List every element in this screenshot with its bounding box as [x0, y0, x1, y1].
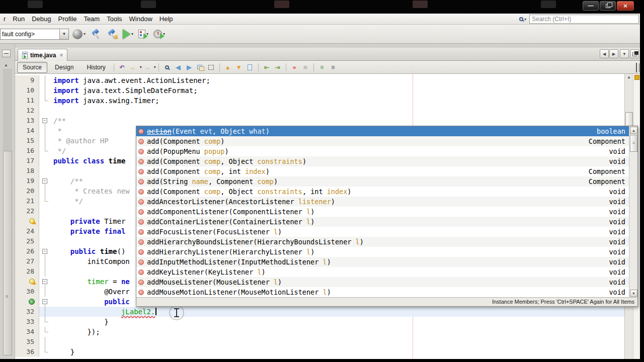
line-number[interactable]: 10	[15, 85, 39, 96]
line-number[interactable]: 18	[15, 166, 39, 176]
rectangular-selection-icon[interactable]	[206, 63, 216, 72]
split-document-button[interactable]	[636, 63, 637, 72]
code-line-11[interactable]: 11import javax.swing.Timer;	[15, 96, 640, 106]
code-text[interactable]: import javax.swing.Timer;	[53, 96, 640, 106]
completion-item-addFocusListener[interactable]: addFocusListener(FocusListener l)void	[136, 227, 637, 237]
completion-item-add[interactable]: add(String name, Component comp)Componen…	[136, 176, 637, 187]
completion-item-addAncestorListener[interactable]: addAncestorListener(AncestorListener lis…	[136, 197, 637, 207]
dropdown-icon[interactable]: ▾	[84, 32, 86, 36]
code-text[interactable]: }	[53, 347, 640, 357]
menu-item-team[interactable]: Team	[80, 14, 103, 25]
code-line-32[interactable]: 32 jLabel2.	[15, 307, 640, 317]
view-button-source[interactable]: Source	[17, 62, 47, 73]
completion-item-addComponentListener[interactable]: addComponentListener(ComponentListener l…	[136, 207, 637, 217]
search-icon[interactable]	[519, 17, 523, 21]
line-number[interactable]: 35	[15, 337, 39, 347]
completion-item-add[interactable]: add(PopupMenu popup)void	[136, 146, 637, 156]
code-text[interactable]	[53, 106, 640, 116]
stop-macro-recording-icon[interactable]: ■	[300, 63, 310, 72]
code-text[interactable]	[53, 337, 640, 347]
scroll-tabs-right-button[interactable]: ▶	[609, 49, 618, 58]
fold-collapse-icon[interactable]: −	[39, 246, 53, 256]
fold-collapse-icon[interactable]: −	[39, 277, 53, 287]
menu-item-profile[interactable]: Profile	[55, 14, 80, 25]
completion-item-addKeyListener[interactable]: addKeyListener(KeyListener l)void	[136, 267, 637, 277]
completion-item-addMouseMotionListener[interactable]: addMouseMotionListener(MouseMotionListen…	[136, 287, 637, 297]
code-text[interactable]: jLabel2.	[53, 307, 640, 317]
code-text[interactable]: });	[53, 327, 640, 337]
menu-item-window[interactable]: Window	[126, 14, 156, 25]
dropdown-icon[interactable]: ▾	[131, 32, 133, 36]
warning-bulb-icon[interactable]	[15, 277, 39, 287]
popup-scrollbar[interactable]: ▲ ≡ ▼	[629, 126, 637, 297]
next-occurrence-icon[interactable]: ▼	[234, 63, 244, 72]
tab-list-button[interactable]: ▼	[620, 49, 629, 58]
fold-collapse-icon[interactable]: −	[39, 297, 53, 307]
view-button-history[interactable]: History	[81, 62, 111, 73]
shift-right-icon[interactable]: ⇥	[273, 63, 283, 72]
completion-item-addHierarchyBoundsListener[interactable]: addHierarchyBoundsListener(HierarchyBoun…	[136, 237, 637, 247]
line-number[interactable]: 34	[15, 327, 39, 337]
code-line-9[interactable]: 9import java.awt.event.ActionListener;	[15, 75, 640, 85]
profile-project-button[interactable]: ▾	[152, 27, 167, 42]
line-number[interactable]: 16	[15, 146, 39, 156]
tab-time-java[interactable]: time.java ×	[18, 49, 67, 61]
code-text[interactable]: import java.text.SimpleDateFormat;	[53, 85, 640, 96]
code-line-33[interactable]: 33 }	[15, 317, 640, 327]
find-selection-icon[interactable]	[162, 63, 172, 72]
code-line-13[interactable]: 13−/**	[15, 116, 640, 126]
view-button-design[interactable]: Design	[49, 62, 79, 73]
clean-build-project-button[interactable]	[105, 27, 119, 42]
build-project-button[interactable]	[89, 27, 103, 42]
menu-item-run[interactable]: Run	[9, 14, 28, 25]
line-number[interactable]: 24	[15, 226, 39, 236]
completion-item-addInputMethodListener[interactable]: addInputMethodListener(InputMethodListen…	[136, 257, 637, 267]
find-previous-icon[interactable]: ◀	[173, 63, 183, 72]
completion-item-add[interactable]: add(Component comp, Object constraints, …	[136, 187, 637, 197]
fold-collapse-icon[interactable]: −	[39, 116, 53, 126]
completion-item-add[interactable]: add(Component comp, Object constraints)v…	[136, 156, 637, 166]
code-line-36[interactable]: 36 }	[15, 347, 640, 357]
menu-item-tools[interactable]: Tools	[103, 14, 125, 25]
maximize-window-button[interactable]	[600, 1, 616, 11]
line-number[interactable]: 21	[15, 196, 39, 206]
menu-item-debug[interactable]: Debug	[28, 14, 54, 25]
line-number[interactable]: 12	[15, 106, 39, 116]
dropdown-icon[interactable]: ▾	[154, 65, 156, 69]
set-configuration-button[interactable]: ▾	[71, 27, 87, 42]
overrides-icon[interactable]: ↑	[15, 297, 39, 307]
line-number[interactable]: 20	[15, 186, 39, 196]
line-number[interactable]: 25	[15, 236, 39, 246]
maximize-editor-button[interactable]	[630, 49, 639, 58]
code-line-12[interactable]: 12	[15, 106, 640, 116]
popup-scrollbar-thumb[interactable]: ≡	[630, 135, 637, 152]
line-number[interactable]: 15	[15, 136, 39, 146]
warning-bulb-icon[interactable]	[15, 216, 39, 226]
line-number[interactable]: 9	[15, 75, 39, 85]
line-number[interactable]: 27	[15, 256, 39, 266]
line-number[interactable]: 32	[15, 307, 39, 317]
uncomment-icon[interactable]: ≡	[328, 63, 338, 72]
toggle-bookmark-icon[interactable]	[245, 63, 255, 72]
code-text[interactable]: import java.awt.event.ActionListener;	[53, 75, 640, 85]
completion-item-action[interactable]: action(Event evt, Object what)boolean	[136, 126, 637, 136]
minimize-panel-button[interactable]: —	[2, 50, 11, 57]
fold-collapse-icon[interactable]: −	[39, 176, 53, 186]
line-number[interactable]: 13	[15, 116, 39, 126]
project-configuration-combo[interactable]: fault config> ▼	[0, 29, 69, 40]
toggle-highlight-icon[interactable]	[195, 63, 205, 72]
line-number[interactable]: 19	[15, 176, 39, 186]
comment-icon[interactable]: ≡	[317, 63, 327, 72]
menu-item-help[interactable]: Help	[156, 14, 177, 25]
line-number[interactable]: 22	[15, 206, 39, 216]
shift-left-icon[interactable]: ⇤	[262, 63, 272, 72]
menu-item-r[interactable]: r	[0, 14, 9, 25]
forward-icon[interactable]: →	[142, 63, 152, 72]
warning-status-square[interactable]	[634, 75, 639, 80]
dropdown-icon[interactable]: ▾	[140, 65, 142, 69]
completion-item-addHierarchyListener[interactable]: addHierarchyListener(HierarchyListener l…	[136, 247, 637, 257]
close-window-button[interactable]: ×	[617, 1, 634, 11]
code-line-35[interactable]: 35	[15, 337, 640, 347]
close-tab-icon[interactable]: ×	[59, 52, 63, 59]
line-number[interactable]: 11	[15, 96, 39, 106]
